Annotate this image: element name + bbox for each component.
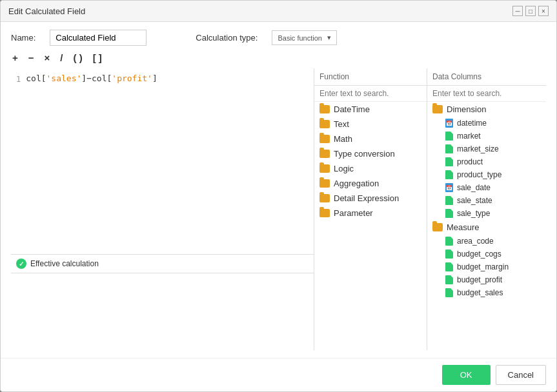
titlebar-buttons: ─ □ × [512, 6, 549, 16]
function-item-label: Logic [334, 164, 354, 173]
dimension-label: Dimension [447, 104, 486, 114]
function-type-conversion[interactable]: Type conversion [314, 146, 427, 161]
minimize-button[interactable]: ─ [512, 6, 523, 16]
dc-item-label: budget_margin [457, 262, 509, 271]
function-header: Function [314, 68, 427, 86]
data-columns-header: Data Columns [427, 68, 546, 86]
col-close-2: ] [152, 74, 157, 83]
file-icon [445, 288, 453, 297]
col-keyword-1: col[ [26, 74, 46, 83]
folder-icon [319, 164, 330, 173]
multiply-button[interactable]: × [43, 52, 52, 63]
function-list: DateTime Text Math Type conversion [314, 102, 427, 350]
function-panel: Function DateTime Text Math [314, 68, 427, 350]
dc-item-label: sale_state [457, 196, 492, 205]
line-number: 1 [16, 74, 21, 249]
dc-item-area-code[interactable]: area_code [427, 235, 546, 248]
divide-button[interactable]: / [59, 52, 64, 63]
ok-button[interactable]: OK [442, 365, 491, 385]
function-parameter[interactable]: Parameter [314, 206, 427, 220]
dc-item-budget-sales[interactable]: budget_sales [427, 286, 546, 299]
dimension-section-header: Dimension [427, 102, 546, 117]
dialog-titlebar: Edit Calculated Field ─ □ × [1, 1, 556, 22]
formula-toolbar: + − × / ( ) [ ] [11, 52, 546, 63]
dc-item-label: market [457, 132, 481, 141]
folder-icon [319, 105, 330, 113]
formula-editor[interactable]: 1 col['sales']−col['profit'] [11, 68, 314, 254]
function-text[interactable]: Text [314, 117, 427, 132]
dc-item-label: sale_type [457, 209, 490, 218]
folder-icon [319, 194, 330, 202]
measure-section-header: Measure [427, 220, 546, 235]
data-columns-search-input[interactable] [427, 86, 546, 102]
calendar-icon [445, 119, 453, 128]
close-button[interactable]: × [538, 6, 549, 16]
status-icon: ✓ [16, 259, 26, 269]
dc-item-label: product_type [457, 170, 501, 179]
dc-item-budget-profit[interactable]: budget_profit [427, 273, 546, 286]
calc-type-label: Calculation type: [196, 33, 258, 43]
minus-button[interactable]: − [27, 52, 35, 63]
function-item-label: Aggregation [334, 179, 379, 188]
data-columns-list: Dimension datetime market market_size [427, 102, 546, 350]
calc-type-select[interactable]: Basic function ▾ [272, 30, 336, 45]
dc-item-product[interactable]: product [427, 155, 546, 168]
dc-item-datetime[interactable]: datetime [427, 117, 546, 130]
sales-col: 'sales' [46, 74, 82, 83]
dc-item-label: product [457, 157, 483, 166]
measure-label: Measure [447, 222, 480, 232]
profit-col: 'profit' [112, 74, 152, 83]
folder-icon [319, 179, 330, 188]
dc-item-label: market_size [457, 144, 499, 153]
function-datetime[interactable]: DateTime [314, 102, 427, 117]
name-input[interactable] [50, 30, 147, 46]
measure-folder-icon [432, 223, 443, 231]
dc-item-budget-margin[interactable]: budget_margin [427, 260, 546, 273]
folder-icon [319, 209, 330, 217]
dc-item-market-size[interactable]: market_size [427, 142, 546, 155]
function-item-label: Type conversion [334, 149, 395, 159]
function-logic[interactable]: Logic [314, 161, 427, 176]
file-icon [445, 237, 453, 246]
file-icon [445, 262, 453, 271]
cancel-button[interactable]: Cancel [496, 365, 546, 385]
file-icon [445, 275, 453, 284]
panels-row: 1 col['sales']−col['profit'] ✓ Effective… [11, 68, 546, 350]
dc-item-label: sale_date [457, 183, 491, 192]
folder-icon [319, 135, 330, 143]
dc-item-sale-type[interactable]: sale_type [427, 207, 546, 220]
folder-icon [319, 120, 330, 128]
formula-code: col['sales']−col['profit'] [26, 74, 157, 249]
dc-item-label: budget_sales [457, 288, 503, 297]
name-label: Name: [11, 33, 35, 43]
dc-item-budget-cogs[interactable]: budget_cogs [427, 248, 546, 260]
data-columns-panel: Data Columns Dimension datetime market [427, 68, 546, 350]
file-icon [445, 132, 453, 141]
dialog-body: Name: Calculation type: Basic function ▾… [1, 22, 556, 358]
dimension-folder-icon [432, 105, 443, 113]
function-aggregation[interactable]: Aggregation [314, 176, 427, 191]
dc-item-sale-date[interactable]: sale_date [427, 181, 546, 194]
file-icon [445, 170, 453, 179]
function-detail-expression[interactable]: Detail Expression [314, 191, 427, 206]
calendar-icon [445, 183, 453, 192]
function-item-label: Math [334, 134, 352, 144]
file-icon [445, 144, 453, 153]
file-icon [445, 250, 453, 259]
brackets-button[interactable]: [ ] [92, 52, 103, 63]
maximize-button[interactable]: □ [525, 6, 536, 16]
status-bar: ✓ Effective calculation [11, 255, 314, 273]
dialog-title: Edit Calculated Field [8, 6, 85, 16]
col-close-1: ]−col[ [81, 74, 112, 83]
function-item-label: Text [334, 119, 349, 129]
calc-type-value: Basic function [278, 34, 321, 42]
function-math[interactable]: Math [314, 132, 427, 146]
parens-button[interactable]: ( ) [72, 52, 83, 63]
dc-item-product-type[interactable]: product_type [427, 168, 546, 181]
dc-item-market[interactable]: market [427, 130, 546, 142]
notes-area[interactable] [11, 273, 314, 350]
function-search-input[interactable] [314, 86, 427, 102]
dc-item-sale-state[interactable]: sale_state [427, 194, 546, 207]
plus-button[interactable]: + [11, 52, 19, 63]
edit-calculated-field-dialog: Edit Calculated Field ─ □ × Name: Calcul… [0, 0, 557, 392]
